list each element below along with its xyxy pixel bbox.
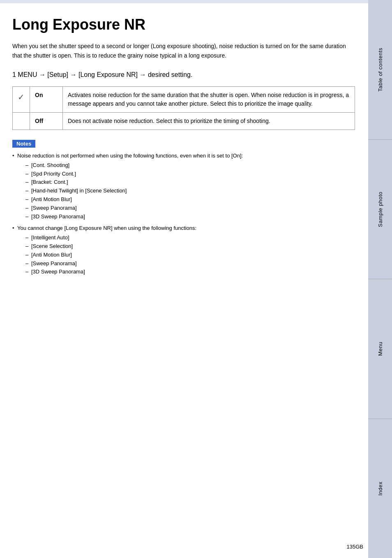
notes-sub-list-2: [Intelligent Auto] [Scene Selection] [An… bbox=[17, 234, 355, 276]
list-item: [Hand-held Twilight] in [Scene Selection… bbox=[25, 187, 355, 195]
settings-table: ✓ On Activates noise reduction for the s… bbox=[12, 86, 355, 130]
sidebar: Table of contents Sample photo Menu Inde… bbox=[368, 0, 392, 558]
sidebar-tab-toc[interactable]: Table of contents bbox=[368, 0, 392, 140]
on-description: Activates noise reduction for the same d… bbox=[63, 86, 355, 112]
notes-item-1-text: Noise reduction is not performed when us… bbox=[17, 153, 243, 159]
on-label: On bbox=[30, 86, 63, 112]
section-heading: 1 MENU → [Setup] → [Long Exposure NR] → … bbox=[12, 70, 355, 80]
list-item: [Spd Priority Cont.] bbox=[25, 170, 355, 178]
list-item: [Intelligent Auto] bbox=[25, 234, 355, 242]
table-row-on: ✓ On Activates noise reduction for the s… bbox=[13, 86, 355, 112]
off-description: Does not activate noise reduction. Selec… bbox=[63, 112, 355, 130]
list-item: [3D Sweep Panorama] bbox=[25, 213, 355, 221]
sidebar-tab-menu-label: Menu bbox=[377, 342, 383, 356]
list-item: [Bracket: Cont.] bbox=[25, 178, 355, 187]
empty-icon bbox=[13, 112, 30, 130]
list-item: [3D Sweep Panorama] bbox=[25, 268, 355, 276]
notes-sub-list-1: [Cont. Shooting] [Spd Priority Cont.] [B… bbox=[17, 161, 355, 221]
sidebar-tab-toc-label: Table of contents bbox=[377, 48, 383, 92]
notes-item-1: Noise reduction is not performed when us… bbox=[12, 152, 355, 221]
list-item: [Cont. Shooting] bbox=[25, 161, 355, 170]
sidebar-tab-sample-photo[interactable]: Sample photo bbox=[368, 140, 392, 280]
notes-list: Noise reduction is not performed when us… bbox=[12, 152, 355, 276]
table-row-off: Off Does not activate noise reduction. S… bbox=[13, 112, 355, 130]
sidebar-tab-sample-photo-label: Sample photo bbox=[377, 192, 383, 227]
page-title: Long Exposure NR bbox=[12, 16, 355, 33]
list-item: [Scene Selection] bbox=[25, 242, 355, 251]
checkmark-icon: ✓ bbox=[13, 86, 30, 112]
sidebar-tab-menu[interactable]: Menu bbox=[368, 279, 392, 419]
notes-item-2-text: You cannot change [Long Exposure NR] whe… bbox=[17, 225, 196, 231]
intro-text: When you set the shutter speed to a seco… bbox=[12, 42, 355, 60]
main-content: Long Exposure NR When you set the shutte… bbox=[0, 3, 367, 292]
top-bar bbox=[0, 0, 368, 3]
page-number: 135GB bbox=[347, 544, 363, 550]
list-item: [Sweep Panorama] bbox=[25, 204, 355, 213]
list-item: [Anti Motion Blur] bbox=[25, 251, 355, 259]
notes-section: Notes Noise reduction is not performed w… bbox=[12, 140, 355, 276]
list-item: [Sweep Panorama] bbox=[25, 259, 355, 268]
list-item: [Anti Motion Blur] bbox=[25, 195, 355, 204]
sidebar-tab-index-label: Index bbox=[377, 482, 383, 495]
notes-item-2: You cannot change [Long Exposure NR] whe… bbox=[12, 224, 355, 276]
sidebar-tab-index[interactable]: Index bbox=[368, 419, 392, 558]
notes-badge: Notes bbox=[12, 140, 35, 148]
off-label: Off bbox=[30, 112, 63, 130]
